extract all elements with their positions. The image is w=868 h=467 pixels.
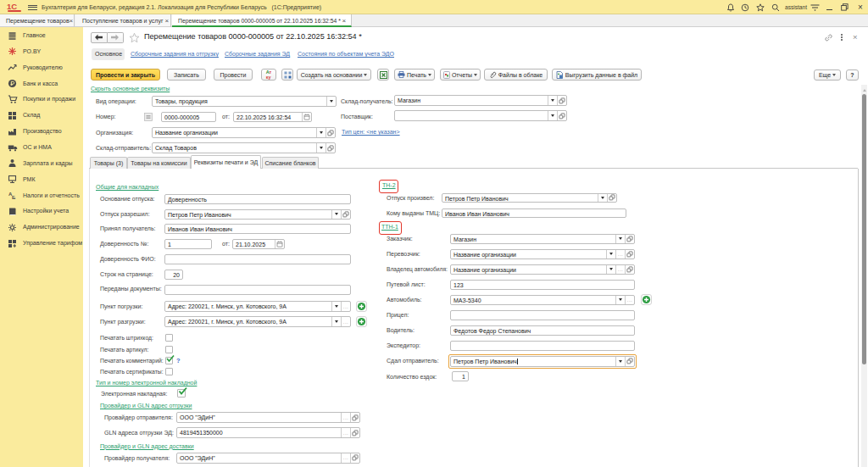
svg-text:Б: Б (12, 195, 16, 200)
